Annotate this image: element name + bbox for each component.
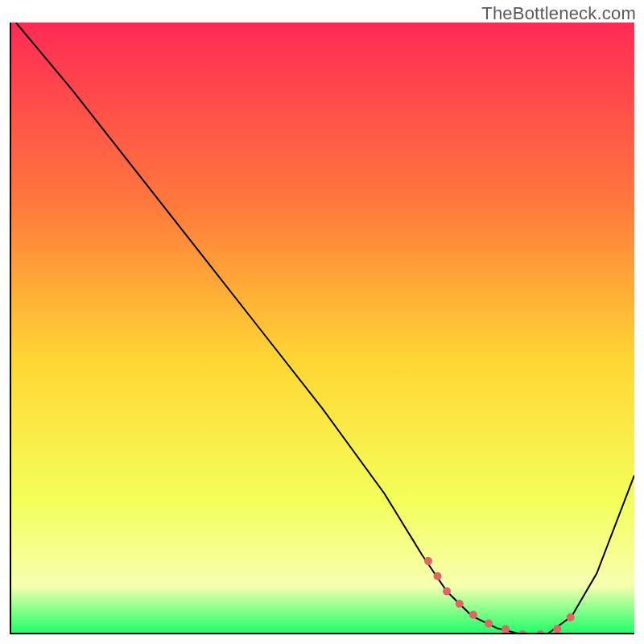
chart-container: TheBottleneck.com	[0, 0, 644, 644]
axes-frame	[10, 23, 634, 634]
watermark-text: TheBottleneck.com	[481, 3, 636, 24]
